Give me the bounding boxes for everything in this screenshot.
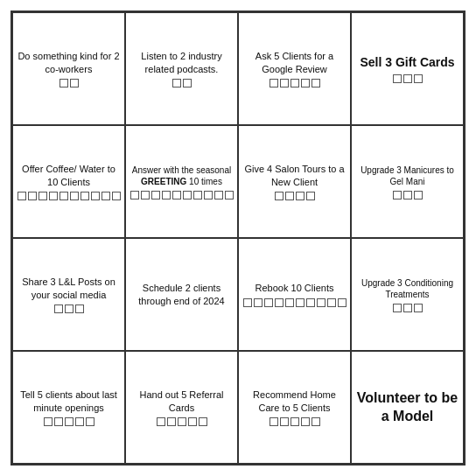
- checkbox[interactable]: [285, 298, 294, 307]
- checkbox[interactable]: [38, 192, 47, 200]
- checkbox[interactable]: [70, 79, 79, 88]
- checkbox[interactable]: [54, 417, 63, 426]
- checkbox[interactable]: [270, 79, 278, 88]
- checkbox[interactable]: [264, 298, 273, 307]
- cell-11-checkboxes: [243, 298, 346, 307]
- checkbox[interactable]: [75, 417, 84, 426]
- checkbox[interactable]: [65, 417, 74, 426]
- cell-7-text: Give 4 Salon Tours to a New Client: [242, 163, 346, 188]
- checkbox[interactable]: [327, 298, 336, 307]
- checkbox[interactable]: [162, 191, 171, 200]
- checkbox[interactable]: [141, 191, 150, 200]
- checkbox[interactable]: [75, 304, 84, 313]
- bingo-board: Do something kind for 2 co-workers Liste…: [10, 10, 466, 466]
- checkbox[interactable]: [290, 79, 299, 88]
- checkbox[interactable]: [270, 417, 278, 426]
- cell-13-text: Tell 5 clients about last minute opening…: [17, 388, 121, 414]
- checkbox[interactable]: [306, 192, 315, 200]
- checkbox[interactable]: [275, 298, 284, 307]
- checkbox[interactable]: [60, 79, 68, 88]
- checkbox[interactable]: [290, 417, 299, 426]
- checkbox[interactable]: [338, 298, 346, 307]
- cell-16: Volunteer to be a Model: [351, 351, 464, 464]
- checkbox[interactable]: [280, 417, 289, 426]
- checkbox[interactable]: [204, 191, 213, 200]
- checkbox[interactable]: [86, 417, 94, 426]
- checkbox[interactable]: [54, 304, 63, 313]
- cell-3-checkboxes: [270, 79, 320, 88]
- checkbox[interactable]: [403, 74, 412, 83]
- cell-7: Give 4 Salon Tours to a New Client: [238, 125, 351, 238]
- checkbox[interactable]: [112, 192, 121, 200]
- cell-10-text: Schedule 2 clients through end of 2024: [130, 282, 234, 307]
- cell-1: Do something kind for 2 co-workers: [12, 12, 125, 125]
- checkbox[interactable]: [18, 192, 26, 200]
- cell-9: Share 3 L&L Posts on your social media: [12, 238, 125, 351]
- checkbox[interactable]: [393, 74, 402, 83]
- checkbox[interactable]: [225, 191, 234, 200]
- checkbox[interactable]: [317, 298, 326, 307]
- checkbox[interactable]: [183, 79, 192, 88]
- checkbox[interactable]: [275, 192, 284, 200]
- checkbox[interactable]: [193, 191, 202, 200]
- cell-3-text: Ask 5 Clients for a Google Review: [242, 50, 346, 75]
- checkbox[interactable]: [91, 192, 100, 200]
- checkbox[interactable]: [130, 191, 139, 200]
- checkbox[interactable]: [178, 417, 186, 426]
- cell-13-checkboxes: [44, 417, 94, 426]
- checkbox[interactable]: [403, 304, 412, 312]
- cell-6-checkboxes: [130, 191, 234, 200]
- checkbox[interactable]: [214, 191, 223, 200]
- checkbox[interactable]: [296, 192, 304, 200]
- checkbox[interactable]: [172, 79, 181, 88]
- cell-15-text: Recommend Home Care to 5 Clients: [242, 388, 346, 414]
- cell-8-checkboxes: [393, 191, 423, 200]
- checkbox[interactable]: [151, 191, 160, 200]
- checkbox[interactable]: [188, 417, 197, 426]
- cell-4-checkboxes: [393, 74, 423, 83]
- checkbox[interactable]: [44, 417, 52, 426]
- checkbox[interactable]: [296, 298, 304, 307]
- checkbox[interactable]: [403, 191, 412, 200]
- checkbox[interactable]: [167, 417, 176, 426]
- checkbox[interactable]: [157, 417, 165, 426]
- checkbox[interactable]: [65, 304, 74, 313]
- checkbox[interactable]: [49, 192, 58, 200]
- checkbox[interactable]: [102, 192, 110, 200]
- cell-14: Hand out 5 Referral Cards: [125, 351, 238, 464]
- checkbox[interactable]: [172, 191, 181, 200]
- cell-12: Upgrade 3 Conditioning Treatments: [351, 238, 464, 351]
- cell-4-text: Sell 3 Gift Cards: [360, 54, 454, 70]
- checkbox[interactable]: [60, 192, 68, 200]
- cell-9-checkboxes: [54, 304, 84, 313]
- cell-12-checkboxes: [393, 304, 423, 312]
- cell-7-checkboxes: [275, 192, 315, 200]
- checkbox[interactable]: [183, 191, 192, 200]
- cell-4: Sell 3 Gift Cards: [351, 12, 464, 125]
- checkbox[interactable]: [414, 74, 423, 83]
- checkbox[interactable]: [306, 298, 315, 307]
- cell-1-checkboxes: [60, 79, 79, 88]
- checkbox[interactable]: [28, 192, 37, 200]
- checkbox[interactable]: [80, 192, 89, 200]
- checkbox[interactable]: [199, 417, 207, 426]
- cell-15-checkboxes: [270, 417, 320, 426]
- checkbox[interactable]: [312, 417, 320, 426]
- cell-8-text: Upgrade 3 Manicures to Gel Mani: [355, 164, 459, 187]
- checkbox[interactable]: [393, 304, 402, 312]
- checkbox[interactable]: [312, 79, 320, 88]
- cell-13: Tell 5 clients about last minute opening…: [12, 351, 125, 464]
- checkbox[interactable]: [393, 191, 402, 200]
- checkbox[interactable]: [243, 298, 252, 307]
- checkbox[interactable]: [301, 79, 310, 88]
- checkbox[interactable]: [285, 192, 294, 200]
- checkbox[interactable]: [280, 79, 289, 88]
- checkbox[interactable]: [414, 191, 423, 200]
- checkbox[interactable]: [254, 298, 262, 307]
- cell-11-text: Rebook 10 Clients: [256, 282, 334, 294]
- cell-1-text: Do something kind for 2 co-workers: [17, 50, 121, 75]
- checkbox[interactable]: [301, 417, 310, 426]
- checkbox[interactable]: [70, 192, 79, 200]
- cell-16-text: Volunteer to be a Model: [355, 389, 459, 426]
- checkbox[interactable]: [414, 304, 423, 312]
